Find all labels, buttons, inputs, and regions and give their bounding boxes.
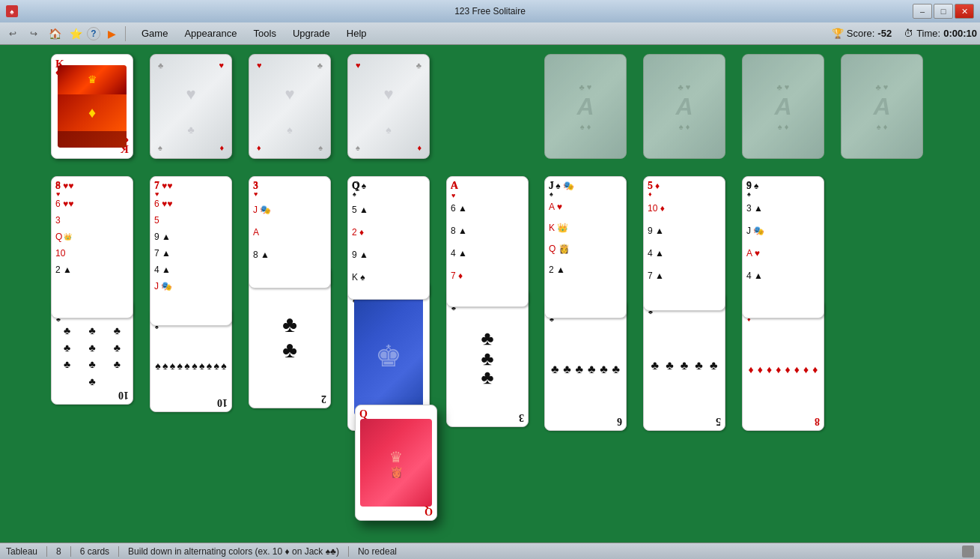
maximize-button[interactable]: □ <box>934 4 953 19</box>
menu-upgrade[interactable]: Upgrade <box>285 26 338 40</box>
score-time-area: 🏆 Score: -52 ⏱ Time: 0:00:10 <box>832 28 977 39</box>
window-controls: – □ ✕ <box>913 4 974 19</box>
title-bar: ♠ 123 Free Solitaire – □ ✕ <box>0 0 980 22</box>
menu-tools[interactable]: Tools <box>246 26 284 40</box>
app-icon: ♠ <box>6 5 18 17</box>
card-col2-stack[interactable]: 7 ♥ 7 ♥♥ 6 ♥♥ 5 9 ▲ 7 ▲ 4 ▲ J 🎭 <box>150 176 232 326</box>
card-col6-stack[interactable]: J ♠ J ♠ 🎭 A ♥ K 👑 Q 👸 2 ▲ <box>544 176 627 318</box>
toolbar-add-button[interactable]: ▶ <box>102 25 121 43</box>
status-sep-2 <box>70 546 71 557</box>
card-col5-stack[interactable]: A ♥ A 6 ▲ 8 ▲ 4 ▲ 7 ♦ <box>446 176 529 307</box>
score-icon: 🏆 <box>832 28 844 39</box>
toolbar-separator <box>125 26 126 41</box>
card-queen-hearts-dragging[interactable]: Q ♥ ♛ 👸 Q <box>355 405 437 521</box>
toolbar-star-button[interactable]: ⭐ <box>66 25 85 43</box>
score-value: -52 <box>877 28 892 39</box>
game-area: K ♦ K ♦ ♛ ♦ ♣ ♥ ♥ ♣ ♠ ♦ ♥ ♣ ♥ ♠ ♦ <box>0 45 980 543</box>
toolbar-forward-button[interactable]: ↪ <box>24 25 43 43</box>
card-col3-stack[interactable]: 3 ♥ 3 J 🎭 A 8 ▲ <box>249 176 331 288</box>
foundation-3[interactable]: ♣ ♥ A ♠ ♦ <box>742 54 824 159</box>
foundation-4[interactable]: ♣ ♥ A ♠ ♦ <box>841 54 923 159</box>
card-col1-stack[interactable]: 8 ♥ 8 ♥♥ 6 ♥♥ 3 Q👑 10 2 ▲ <box>51 176 133 318</box>
menu-help[interactable]: Help <box>339 26 374 40</box>
window-title: 123 Free Solitaire <box>454 6 526 16</box>
menu-game[interactable]: Game <box>134 26 175 40</box>
stock-pile-2[interactable]: ♣ ♥ ♥ ♣ ♠ ♦ <box>150 54 232 159</box>
title-bar-left: ♠ <box>6 5 18 17</box>
foundation-1[interactable]: ♣ ♥ A ♠ ♦ <box>544 54 627 159</box>
toolbar-back-button[interactable]: ↩ <box>3 25 22 43</box>
menu-appearance[interactable]: Appearance <box>177 26 244 40</box>
status-col-count: 8 <box>56 546 61 557</box>
stock-pile-4[interactable]: ♥ ♣ ♥ ♠ ♠ ♦ <box>347 54 430 159</box>
time-display: ⏱ Time: 0:00:10 <box>904 28 977 39</box>
status-card-count: 6 cards <box>80 546 109 557</box>
card-col6-bottom[interactable]: 6 ♣ ♣♣ ♣♣ ♣♣ 6 <box>544 300 627 431</box>
toolbar: ↩ ↪ 🏠 ⭐ ? ▶ Game Appearance Tools Upgrad… <box>0 22 980 45</box>
toolbar-home-button[interactable]: 🏠 <box>45 25 64 43</box>
menu-bar: Game Appearance Tools Upgrade Help <box>134 26 374 40</box>
status-sep-3 <box>118 546 119 557</box>
card-col5-bottom[interactable]: 3 ♣ ♣ ♣ ♣ 3 <box>446 288 529 427</box>
card-col4-stack[interactable]: Q ♠ Q ♠ 5 ▲ 2 ♦ 9 ▲ K ♠ <box>347 176 430 300</box>
status-redeal-rule: No redeal <box>358 546 397 557</box>
close-button[interactable]: ✕ <box>955 4 974 19</box>
status-game-type: Tableau <box>6 546 37 557</box>
stock-pile-3[interactable]: ♥ ♣ ♥ ♠ ♦ ♠ <box>249 54 331 159</box>
card-col7-bottom[interactable]: 5 ♣ ♣♣ ♣ ♣♣ 5 <box>643 292 725 431</box>
card-8-diamonds[interactable]: 8 ♦ ♦♦ ♦♦ ♦♦ ♦♦ 8 <box>742 300 824 431</box>
status-bar: Tableau 8 6 cards Build down in alternat… <box>0 543 980 559</box>
card-col7-stack[interactable]: 5 ♦ 5 ♦ 10 ♦ 9 ▲ 4 ▲ 7 ▲ <box>643 176 725 311</box>
time-value: 0:00:10 <box>943 28 977 39</box>
status-build-rule: Build down in alternating colors (ex. 10… <box>128 546 339 557</box>
card-col8-stack[interactable]: 9 ♠ 9 ♠ 3 ▲ J 🎭 A ♥ 4 ▲ <box>742 176 824 318</box>
resize-handle[interactable] <box>962 546 974 558</box>
time-label: Time: <box>916 28 940 39</box>
time-icon: ⏱ <box>904 28 913 39</box>
score-display: 🏆 Score: -52 <box>832 28 892 39</box>
score-label: Score: <box>847 28 875 39</box>
status-sep-1 <box>46 546 47 557</box>
status-sep-4 <box>348 546 349 557</box>
minimize-button[interactable]: – <box>913 4 932 19</box>
stock-pile-1[interactable]: K ♦ K ♦ ♛ ♦ <box>51 54 133 159</box>
foundation-2[interactable]: ♣ ♥ A ♠ ♦ <box>643 54 725 159</box>
toolbar-help-button[interactable]: ? <box>87 27 100 40</box>
